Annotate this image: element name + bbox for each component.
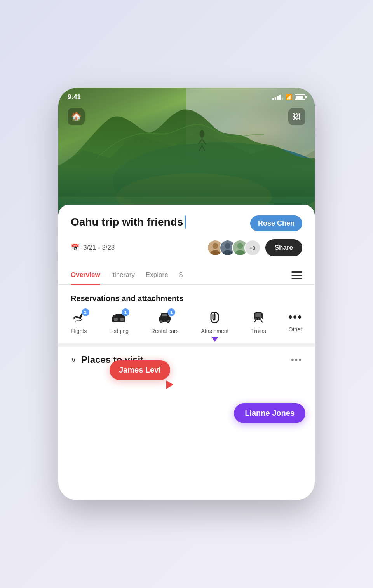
lodging-icon-wrap: 1 xyxy=(112,311,126,325)
lianne-jones-tag: Lianne Jones xyxy=(234,403,305,423)
tab-overview[interactable]: Overview xyxy=(71,266,100,284)
svg-line-8 xyxy=(202,145,205,151)
svg-point-13 xyxy=(225,243,230,248)
avatar-group[interactable]: +3 xyxy=(207,240,261,256)
chevron-down-icon: ∨ xyxy=(71,355,77,364)
res-item-trains[interactable]: Trains xyxy=(251,311,266,334)
attachment-icon-wrap xyxy=(207,311,222,325)
svg-rect-24 xyxy=(113,318,125,319)
rental-cars-icon-wrap: 1 xyxy=(157,311,172,325)
james-cursor-icon xyxy=(166,380,173,389)
photo-button[interactable]: 🖼 xyxy=(288,108,305,125)
hamburger-icon xyxy=(291,271,302,279)
res-item-attachment[interactable]: Attachment xyxy=(201,311,229,334)
svg-rect-28 xyxy=(162,314,167,316)
tab-more-button[interactable] xyxy=(291,266,302,284)
svg-rect-33 xyxy=(255,317,262,317)
trains-label: Trains xyxy=(251,328,266,334)
lodging-badge: 1 xyxy=(122,308,129,316)
calendar-icon: 📅 xyxy=(71,243,79,252)
other-label: Other xyxy=(289,326,302,332)
svg-line-5 xyxy=(198,139,202,144)
other-icon: ••• xyxy=(289,311,302,323)
trains-icon-wrap xyxy=(251,311,266,325)
tab-explore[interactable]: Explore xyxy=(146,266,168,284)
battery-icon xyxy=(295,94,305,100)
lodging-label: Lodging xyxy=(109,328,129,334)
places-section: ∨ Places to visit ••• xyxy=(71,346,302,365)
other-icon-wrap: ••• xyxy=(289,311,302,323)
card-area: Oahu trip with friends Rose Chen 📅 3/21 … xyxy=(58,205,315,500)
photo-overlay-icons: 🏠 🖼 xyxy=(58,108,315,125)
places-more-button[interactable]: ••• xyxy=(291,355,302,365)
svg-point-27 xyxy=(167,320,170,323)
res-item-rental-cars[interactable]: 1 Rental cars xyxy=(151,311,179,334)
train-icon xyxy=(251,311,266,323)
svg-point-31 xyxy=(255,318,257,320)
flights-badge: 1 xyxy=(82,308,89,316)
flights-label: Flights xyxy=(71,328,87,334)
title-row: Oahu trip with friends xyxy=(71,215,186,229)
res-item-flights[interactable]: 1 Flights xyxy=(71,311,87,334)
trip-header: Oahu trip with friends Rose Chen xyxy=(71,215,302,231)
svg-line-6 xyxy=(202,139,206,144)
res-item-lodging[interactable]: 1 Lodging xyxy=(109,311,129,334)
status-time: 9:41 xyxy=(68,93,81,101)
svg-point-10 xyxy=(213,243,218,248)
svg-point-3 xyxy=(200,130,204,138)
meta-right: +3 Share xyxy=(207,239,302,256)
avatar-overflow: +3 xyxy=(244,240,261,256)
svg-line-7 xyxy=(199,145,202,151)
svg-point-26 xyxy=(160,320,163,323)
svg-rect-30 xyxy=(255,313,261,317)
svg-rect-20 xyxy=(291,278,302,279)
lianne-cursor-icon xyxy=(212,337,218,342)
flights-icon-wrap: 1 xyxy=(71,311,86,325)
rental-cars-badge: 1 xyxy=(167,308,175,316)
date-range: 📅 3/21 - 3/28 xyxy=(71,243,115,252)
svg-rect-18 xyxy=(291,271,302,273)
text-cursor-icon xyxy=(185,215,186,229)
trip-meta: 📅 3/21 - 3/28 xyxy=(71,239,302,256)
status-icons: 📶 xyxy=(272,94,305,100)
rental-cars-label: Rental cars xyxy=(151,328,179,334)
wifi-icon: 📶 xyxy=(286,94,292,100)
james-levi-tag: James Levi xyxy=(110,360,170,380)
svg-point-16 xyxy=(237,243,243,248)
svg-point-32 xyxy=(260,318,262,320)
rose-chen-tag: Rose Chen xyxy=(250,215,302,231)
signal-icon xyxy=(272,95,283,100)
tab-bar: Overview Itinerary Explore $ xyxy=(58,266,315,285)
svg-line-34 xyxy=(254,320,256,322)
reservations-section-title: Reservations and attachments xyxy=(71,294,302,303)
status-bar: 9:41 📶 xyxy=(58,88,315,107)
svg-rect-19 xyxy=(291,275,302,276)
attachment-label: Attachment xyxy=(201,328,229,334)
res-item-other[interactable]: ••• Other xyxy=(289,311,302,332)
share-button[interactable]: Share xyxy=(265,239,302,256)
tab-itinerary[interactable]: Itinerary xyxy=(111,266,135,284)
svg-line-35 xyxy=(261,320,263,322)
section-divider xyxy=(58,343,315,346)
trip-title: Oahu trip with friends xyxy=(71,215,183,229)
phone-frame: 9:41 📶 � xyxy=(58,88,315,500)
attachment-icon xyxy=(207,311,222,323)
tab-dollar[interactable]: $ xyxy=(179,266,183,284)
home-button[interactable]: 🏠 xyxy=(68,108,85,125)
reservation-icons: 1 Flights 1 xyxy=(71,311,302,334)
